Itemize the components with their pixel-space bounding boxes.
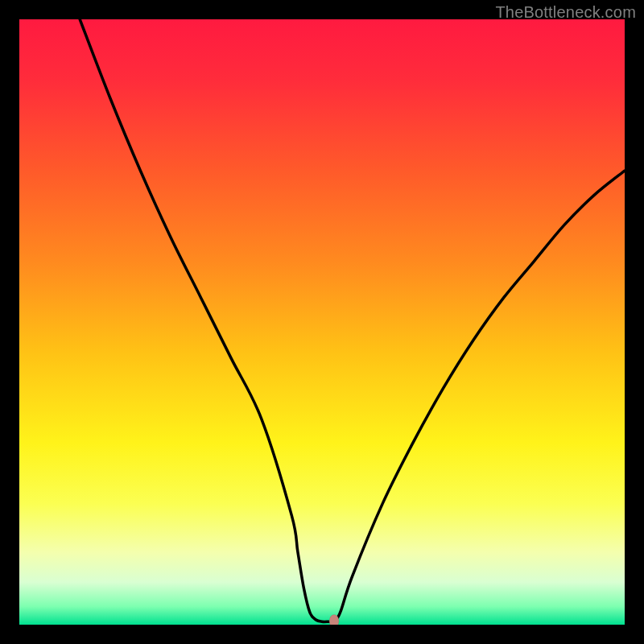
watermark-text: TheBottleneck.com	[495, 3, 636, 22]
chart-frame	[19, 19, 625, 625]
bottleneck-curve-path	[80, 19, 625, 622]
chart-curve	[19, 19, 625, 625]
